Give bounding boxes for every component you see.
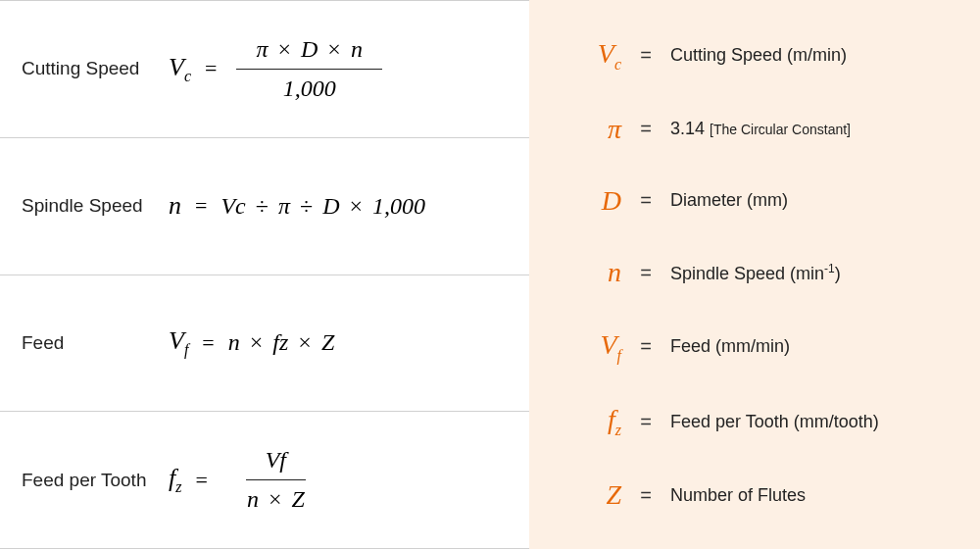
legend-row: π = 3.14 [The Circular Constant]: [557, 114, 953, 145]
legend-description: Number of Flutes: [670, 485, 953, 506]
denominator: n×Z: [227, 480, 324, 515]
formula-lhs: Vf: [169, 326, 188, 359]
legend-description: 3.14 [The Circular Constant]: [670, 119, 953, 139]
legend-description: Feed per Tooth (mm/tooth): [670, 412, 953, 432]
legend-description: Spindle Speed (min-1): [670, 262, 953, 284]
denominator: 1,000: [264, 70, 356, 104]
legend-description: Feed (mm/min): [670, 336, 953, 357]
equals-sign: =: [205, 56, 217, 81]
legend-panel: Vc = Cutting Speed (m/min) π = 3.14 [The…: [529, 0, 980, 549]
equals-sign: =: [621, 118, 670, 140]
formula-row: Cutting Speed Vc = π×D×n 1,000: [0, 0, 529, 137]
legend-row: Vf = Feed (mm/min): [557, 329, 953, 365]
formula-label: Cutting Speed: [22, 58, 169, 79]
formula-label: Feed per Tooth: [22, 470, 169, 491]
legend-symbol: fz: [557, 404, 621, 439]
equals-sign: =: [621, 262, 670, 284]
legend-description: Diameter (mm): [670, 190, 953, 211]
legend-row: Vc = Cutting Speed (m/min): [557, 38, 953, 74]
formula-body: n = Vc÷π÷D×1,000: [169, 191, 508, 221]
legend-row: fz = Feed per Tooth (mm/tooth): [557, 404, 953, 439]
legend-symbol: Vf: [557, 329, 621, 365]
equals-sign: =: [621, 335, 670, 358]
legend-row: Z = Number of Flutes: [557, 479, 953, 511]
legend-row: D = Diameter (mm): [557, 185, 953, 217]
formula-label: Feed: [22, 332, 169, 354]
equals-sign: =: [621, 484, 670, 507]
formula-row: Feed Vf = n×fz×Z: [0, 274, 529, 412]
formula-lhs: n: [169, 191, 181, 221]
formula-row: Feed per Tooth fz = Vf n×Z: [0, 411, 529, 549]
equals-sign: =: [195, 193, 207, 219]
equals-sign: =: [195, 468, 207, 493]
numerator: Vf: [246, 445, 306, 480]
formula-rhs: n×fz×Z: [228, 329, 334, 356]
formula-body: fz = Vf n×Z: [169, 445, 508, 515]
legend-symbol: π: [557, 114, 621, 145]
fraction: π×D×n 1,000: [236, 34, 381, 104]
formula-lhs: fz: [169, 464, 181, 496]
formula-lhs: Vc: [169, 53, 191, 85]
legend-row: n = Spindle Speed (min-1): [557, 257, 953, 288]
legend-symbol: Z: [557, 479, 621, 511]
numerator: π×D×n: [236, 34, 381, 70]
formula-body: Vf = n×fz×Z: [169, 326, 508, 359]
legend-symbol: n: [557, 257, 621, 288]
formula-label: Spindle Speed: [22, 195, 169, 217]
formula-row: Spindle Speed n = Vc÷π÷D×1,000: [0, 137, 529, 274]
equals-sign: =: [621, 44, 670, 67]
formula-body: Vc = π×D×n 1,000: [169, 34, 508, 104]
fraction: Vf n×Z: [227, 445, 324, 515]
equals-sign: =: [202, 330, 214, 356]
legend-symbol: D: [557, 185, 621, 217]
legend-symbol: Vc: [557, 38, 621, 74]
formula-panel: Cutting Speed Vc = π×D×n 1,000 Spindle S…: [0, 0, 529, 549]
formula-rhs: Vc÷π÷D×1,000: [220, 193, 425, 220]
equals-sign: =: [621, 189, 670, 212]
legend-description: Cutting Speed (m/min): [670, 45, 953, 66]
equals-sign: =: [621, 411, 670, 433]
